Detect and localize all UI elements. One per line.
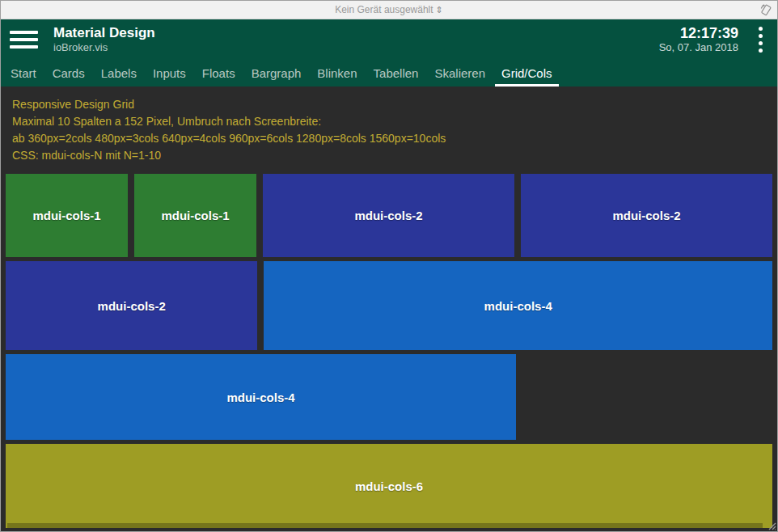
app-window: Kein Gerät ausgewählt ⇕ Material Design … — [0, 0, 778, 532]
screen-rotation-icon[interactable] — [759, 2, 773, 17]
grid-box-mdui-cols-2: mdui-cols-2 — [263, 174, 514, 257]
horizontal-scrollbar[interactable] — [7, 523, 763, 528]
grid-box-label: mdui-cols-2 — [612, 209, 680, 222]
info-line: Maximal 10 Spalten a 152 Pixel, Umbruch … — [12, 113, 777, 130]
tab-cards[interactable]: Cards — [44, 60, 93, 87]
tab-grid-cols[interactable]: Grid/Cols — [493, 60, 560, 87]
grid-box-mdui-cols-2: mdui-cols-2 — [521, 174, 772, 257]
tab-skalieren[interactable]: Skalieren — [426, 60, 493, 87]
app-header: Material Design ioBroker.vis 12:17:39 So… — [1, 19, 777, 60]
grid-box-label: mdui-cols-6 — [355, 479, 423, 493]
info-line: ab 360px=2cols 480px=3cols 640px=4cols 9… — [12, 130, 777, 147]
grid-box-label: mdui-cols-4 — [484, 299, 552, 313]
tab-labels[interactable]: Labels — [93, 60, 145, 87]
tab-floats[interactable]: Floats — [194, 60, 243, 87]
grid-box-label: mdui-cols-4 — [226, 391, 294, 404]
grid-box-mdui-cols-4: mdui-cols-4 — [6, 354, 516, 440]
resize-grip-icon[interactable] — [767, 521, 776, 530]
page-subtitle: ioBroker.vis — [53, 41, 155, 54]
grid-demo: mdui-cols-1mdui-cols-1mdui-cols-2mdui-co… — [6, 174, 772, 528]
tab-bar: StartCardsLabelsInputsFloatsBargraphBlin… — [1, 60, 777, 87]
device-selector-label: Kein Gerät ausgewählt — [335, 4, 433, 15]
grid-row: mdui-cols-2mdui-cols-4 — [6, 261, 772, 350]
tab-bargraph[interactable]: Bargraph — [243, 60, 310, 87]
tab-tabellen[interactable]: Tabellen — [366, 60, 427, 87]
updown-arrows-icon: ⇕ — [436, 5, 443, 15]
page-title: Material Design — [53, 25, 155, 41]
tab-start[interactable]: Start — [2, 60, 44, 87]
hamburger-menu-icon[interactable] — [10, 31, 38, 49]
grid-box-mdui-cols-4: mdui-cols-4 — [264, 261, 772, 350]
view-content: Responsive Design Grid Maximal 10 Spalte… — [1, 87, 777, 531]
grid-box-label: mdui-cols-2 — [354, 209, 422, 222]
grid-row: mdui-cols-4 — [6, 354, 772, 440]
clock-time: 12:17:39 — [659, 25, 738, 41]
grid-row: mdui-cols-1mdui-cols-1mdui-cols-2mdui-co… — [6, 174, 772, 257]
info-line: Responsive Design Grid — [12, 96, 777, 113]
grid-box-mdui-cols-6: mdui-cols-6 — [6, 444, 772, 528]
grid-row: mdui-cols-6 — [6, 444, 772, 528]
grid-box-mdui-cols-1: mdui-cols-1 — [134, 174, 256, 257]
grid-box-mdui-cols-2: mdui-cols-2 — [6, 261, 257, 350]
grid-box-mdui-cols-1: mdui-cols-1 — [6, 174, 128, 257]
clock-date: So, 07. Jan 2018 — [659, 41, 738, 54]
info-line: CSS: mdui-cols-N mit N=1-10 — [12, 147, 777, 164]
grid-box-label: mdui-cols-1 — [161, 209, 229, 222]
header-titles: Material Design ioBroker.vis — [53, 25, 155, 54]
tab-inputs[interactable]: Inputs — [145, 60, 194, 87]
grid-info-text: Responsive Design Grid Maximal 10 Spalte… — [12, 96, 777, 164]
grid-box-label: mdui-cols-1 — [32, 209, 100, 222]
clock-widget: 12:17:39 So, 07. Jan 2018 — [659, 25, 738, 54]
kebab-menu-icon[interactable] — [750, 27, 771, 53]
tab-blinken[interactable]: Blinken — [309, 60, 365, 87]
grid-box-label: mdui-cols-2 — [98, 299, 166, 313]
device-selector-bar[interactable]: Kein Gerät ausgewählt ⇕ — [1, 1, 777, 19]
